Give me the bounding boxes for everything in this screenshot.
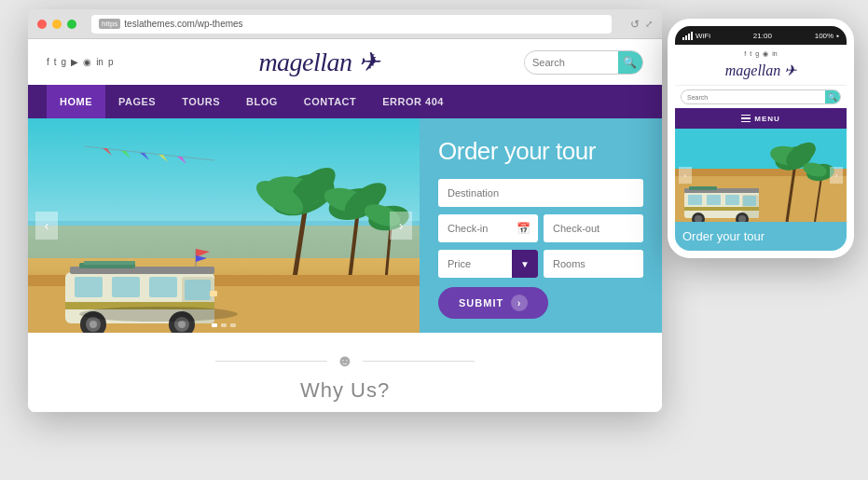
svg-point-30 <box>178 321 186 328</box>
svg-rect-17 <box>185 280 211 300</box>
svg-rect-31 <box>210 291 217 296</box>
scene: https teslathemes.com/wp-themes ↺ ⤢ f t … <box>0 0 868 480</box>
phone-linkedin-icon[interactable]: in <box>772 50 777 58</box>
destination-field-group <box>438 179 643 207</box>
rss-icon[interactable]: ◉ <box>83 57 91 67</box>
https-badge: https <box>99 19 120 29</box>
site-logo[interactable]: magellan ✈ <box>258 47 379 77</box>
nav-item-contact[interactable]: CONTACT <box>291 85 369 118</box>
phone-time: 21:00 <box>753 32 772 40</box>
nav-item-tours[interactable]: TOURS <box>169 85 233 118</box>
submit-arrow-icon: › <box>511 295 528 311</box>
destination-input[interactable] <box>438 179 643 207</box>
battery-icon: ▪ <box>836 32 839 40</box>
checkout-field-group <box>544 214 643 242</box>
phone-status-bar: WiFi 21:00 100% ▪ <box>675 26 847 45</box>
website-content: f t g ▶ ◉ in p magellan ✈ 🔍 <box>28 39 662 412</box>
hero-dot-indicators <box>212 323 236 327</box>
nav-item-blog[interactable]: BLOG <box>233 85 291 118</box>
phone-google-icon[interactable]: g <box>755 50 759 58</box>
linkedin-icon[interactable]: in <box>96 57 103 67</box>
nav-item-home[interactable]: HOME <box>47 85 105 118</box>
phone-search-input[interactable] <box>682 94 825 101</box>
phone-menu-label[interactable]: MENU <box>741 115 780 123</box>
divider-line-left <box>215 361 327 362</box>
price-rooms-row: ▼ <box>438 250 643 278</box>
svg-rect-20 <box>149 277 177 297</box>
search-bar[interactable]: 🔍 <box>524 50 643 75</box>
search-input[interactable] <box>525 57 618 68</box>
maximize-dot[interactable] <box>67 20 76 29</box>
submit-label: SUBMIT <box>459 297 503 309</box>
phone-hero-prev[interactable]: ‹ <box>679 167 692 184</box>
hero-prev-button[interactable]: ‹ <box>35 212 58 240</box>
nav-item-pages[interactable]: PAGES <box>105 85 169 118</box>
svg-rect-0 <box>28 221 420 258</box>
phone-rss-icon[interactable]: ◉ <box>763 50 768 58</box>
desktop-browser: https teslathemes.com/wp-themes ↺ ⤢ f t … <box>28 9 662 412</box>
svg-rect-54 <box>743 196 756 206</box>
person-icon: ☻ <box>337 351 354 371</box>
svg-rect-57 <box>725 195 739 205</box>
hero-next-button[interactable]: › <box>390 212 412 240</box>
search-icon: 🔍 <box>623 56 637 69</box>
rooms-field-group <box>544 250 643 278</box>
phone-order-section: Order your tour <box>675 222 847 251</box>
palm-trees-svg <box>28 118 420 333</box>
nav-item-error404[interactable]: ERROR 404 <box>369 85 457 118</box>
browser-resize-icon[interactable]: ⤢ <box>645 19 653 29</box>
rooms-input[interactable] <box>544 250 643 278</box>
close-dot[interactable] <box>37 20 47 29</box>
browser-addressbar[interactable]: https teslathemes.com/wp-themes <box>91 15 612 34</box>
menu-text: MENU <box>754 115 780 123</box>
minimize-dot[interactable] <box>52 20 62 29</box>
why-us-section: ☻ Why Us? <box>28 333 662 412</box>
phone-search-button[interactable]: 🔍 <box>825 89 840 104</box>
why-us-title: Why Us? <box>47 378 643 403</box>
phone-navigation[interactable]: MENU <box>675 108 847 129</box>
svg-rect-23 <box>84 261 135 265</box>
phone-battery-area: 100% ▪ <box>815 32 839 40</box>
hero-dot-3[interactable] <box>230 323 236 327</box>
phone-hero-image: ‹ › <box>675 129 847 222</box>
hero-dot-2[interactable] <box>221 323 227 327</box>
order-form-panel: Order your tour 📅 <box>420 118 662 333</box>
svg-rect-60 <box>684 207 759 211</box>
svg-rect-56 <box>707 195 721 205</box>
facebook-icon[interactable]: f <box>47 57 49 67</box>
phone-search-bar[interactable]: 🔍 <box>681 89 841 104</box>
signal-bar-3 <box>688 34 690 40</box>
order-form-title: Order your tour <box>438 137 643 166</box>
signal-strength-icon <box>682 32 693 40</box>
price-dropdown-arrow[interactable]: ▼ <box>512 250 538 278</box>
pinterest-icon[interactable]: p <box>108 57 114 67</box>
reload-button[interactable]: ↺ <box>630 18 640 31</box>
main-navigation: HOME PAGES TOURS BLOG CONTACT ERROR 404 <box>28 85 662 118</box>
hero-image: ‹ › <box>28 118 420 333</box>
svg-point-35 <box>79 307 238 322</box>
checkout-input[interactable] <box>544 214 643 242</box>
phone-header: f t g ◉ in magellan ✈ <box>675 45 847 86</box>
svg-rect-55 <box>688 195 702 205</box>
hamburger-line-2 <box>741 117 751 119</box>
mobile-phone: WiFi 21:00 100% ▪ f t g ◉ in magellan ✈ <box>668 19 854 258</box>
phone-facebook-icon[interactable]: f <box>744 50 746 58</box>
phone-order-title: Order your tour <box>682 229 839 243</box>
hamburger-icon <box>741 115 751 123</box>
svg-marker-40 <box>158 155 168 162</box>
svg-marker-41 <box>177 157 186 164</box>
googleplus-icon[interactable]: g <box>62 57 67 67</box>
youtube-icon[interactable]: ▶ <box>71 57 78 67</box>
signal-bar-2 <box>685 35 687 40</box>
phone-hero-arrows: ‹ › <box>675 167 847 184</box>
search-button[interactable]: 🔍 <box>618 50 642 75</box>
phone-logo[interactable]: magellan ✈ <box>684 62 837 79</box>
phone-signal-area: WiFi <box>682 32 710 40</box>
chevron-left-icon: ‹ <box>45 218 49 233</box>
phone-twitter-icon[interactable]: t <box>750 50 751 58</box>
phone-hero-next[interactable]: › <box>830 167 843 184</box>
why-us-divider: ☻ <box>47 351 643 371</box>
hero-dot-1[interactable] <box>212 323 217 327</box>
submit-button[interactable]: SUBMIT › <box>438 287 548 319</box>
twitter-icon[interactable]: t <box>54 57 57 67</box>
